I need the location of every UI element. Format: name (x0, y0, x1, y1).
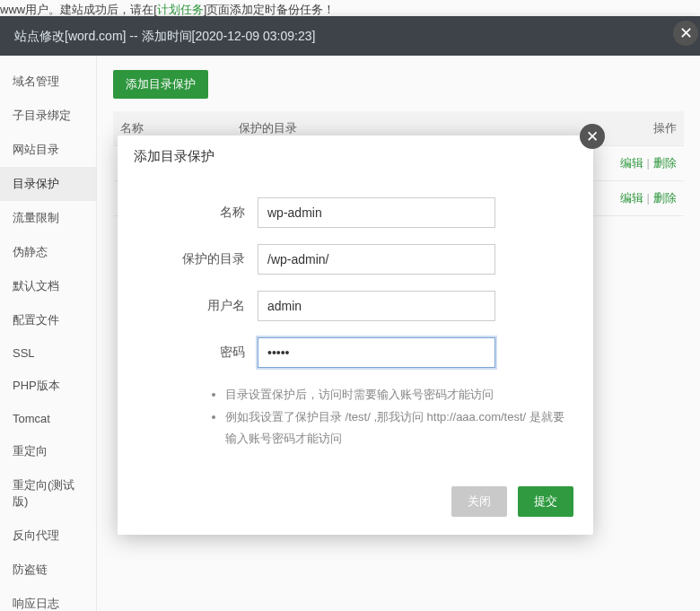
label-dir: 保护的目录 (143, 251, 258, 267)
submit-button[interactable]: 提交 (518, 486, 573, 517)
tip-item: 例如我设置了保护目录 /test/ ,那我访问 http://aaa.com/t… (225, 406, 568, 450)
tip-item: 目录设置保护后，访问时需要输入账号密码才能访问 (225, 384, 568, 406)
password-input[interactable] (258, 337, 495, 368)
label-pwd: 密码 (143, 345, 258, 361)
label-name: 名称 (143, 205, 258, 221)
modal-title: 添加目录保护 (118, 135, 593, 174)
add-dir-protect-modal: ✕ 添加目录保护 名称 保护的目录 用户名 密码 目录设置保护后，访问时需要输入… (118, 135, 593, 535)
label-user: 用户名 (143, 298, 258, 314)
user-input[interactable] (258, 291, 495, 321)
close-button[interactable]: 关闭 (451, 486, 507, 517)
tips-list: 目录设置保护后，访问时需要输入账号密码才能访问例如我设置了保护目录 /test/… (189, 384, 568, 450)
dir-input[interactable] (258, 244, 495, 275)
close-icon[interactable]: ✕ (580, 124, 605, 149)
name-input[interactable] (258, 197, 495, 228)
